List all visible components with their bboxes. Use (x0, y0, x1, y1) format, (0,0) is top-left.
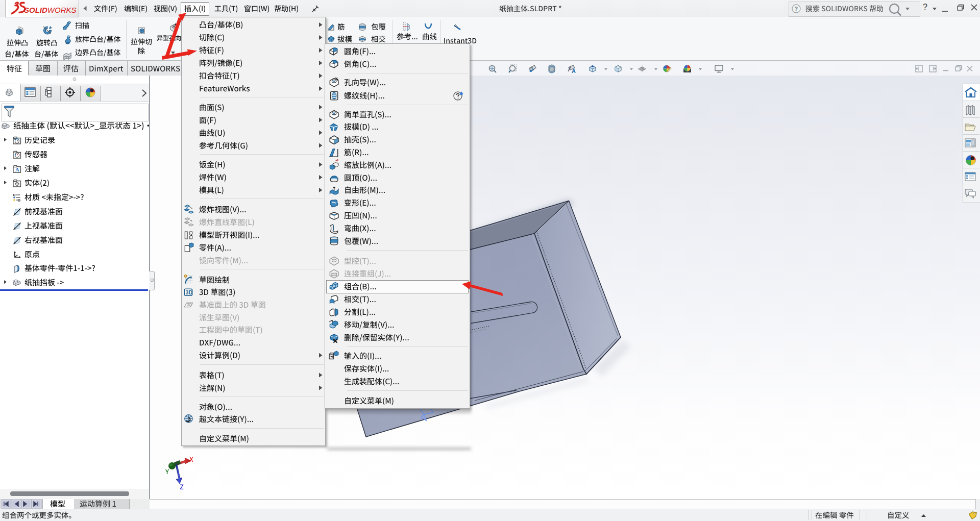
svg-text:?: ? (795, 6, 798, 12)
